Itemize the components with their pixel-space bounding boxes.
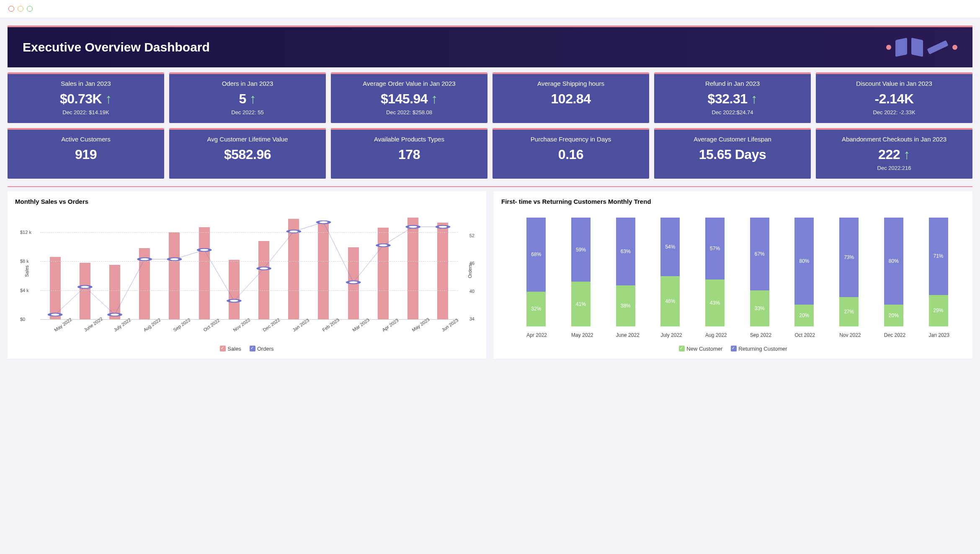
kpi-card: Sales in Jan 2023$0.73KDec 2022: $14.19K [8, 72, 164, 123]
chart-title: First- time vs Returning Customers Month… [501, 198, 965, 205]
svg-point-12 [407, 226, 419, 228]
kpi-value: 5 [173, 91, 322, 107]
kpi-value: 222 [819, 147, 969, 162]
svg-point-10 [348, 281, 359, 284]
segment-returning: 59% [571, 218, 591, 282]
kpi-label: Average Customer Lifespan [658, 136, 807, 143]
stacked-bar: 80%20% [884, 218, 903, 326]
segment-returning: 54% [660, 218, 680, 276]
x-tick-label: Sep 2022 [750, 332, 769, 338]
kpi-value: 102.84 [496, 91, 646, 107]
x-tick-label: May 2022 [571, 332, 591, 338]
segment-new: 32% [526, 292, 546, 326]
kpi-label: Discount Value in Jan 2023 [819, 80, 969, 87]
stacked-bar: 67%33% [750, 218, 769, 326]
kpi-label: Oders in Jan 2023 [173, 80, 322, 87]
kpi-row-2: Active Customers919Avg Customer Lifetime… [8, 128, 972, 179]
legend-sales[interactable]: Sales [220, 346, 241, 352]
legend-returning-customer[interactable]: Returning Customer [731, 346, 787, 352]
legend-new-customer[interactable]: New Customer [679, 346, 722, 352]
segment-new: 20% [794, 305, 814, 326]
svg-point-9 [318, 221, 330, 224]
x-tick-label: Dec 2022 [884, 332, 903, 338]
x-tick-label: July 2022 [660, 332, 680, 338]
kpi-value: -2.14K [819, 91, 969, 107]
segment-returning: 80% [884, 218, 903, 305]
kpi-card: Active Customers919 [8, 128, 164, 179]
combo-plot-area: Sales Orders $0$4 k$8 k$12 k34404652 [40, 218, 458, 320]
kpi-card: Abandonment Checkouts in Jan 2023222Dec … [816, 128, 972, 179]
segment-new: 29% [929, 295, 948, 326]
kpi-card: Average Customer Lifespan15.65 Days [654, 128, 811, 179]
stacked-bar: 57%43% [705, 218, 725, 326]
x-tick-label: Jan 2023 [929, 332, 948, 338]
kpi-label: Refund in Jan 2023 [658, 80, 807, 87]
kpi-label: Average Shipping hours [496, 80, 646, 87]
kpi-value: $145.94 [334, 91, 484, 107]
kpi-label: Abandonment Checkouts in Jan 2023 [819, 136, 969, 143]
chart-legend: Sales Orders [15, 346, 479, 352]
kpi-subtext: Dec 2022:216 [819, 165, 969, 171]
minimize-icon[interactable] [18, 6, 23, 12]
kpi-value: $32.31 [658, 91, 807, 107]
chart-customer-trend: First- time vs Returning Customers Month… [494, 191, 972, 359]
stacked-bar: 68%32% [526, 218, 546, 326]
kpi-subtext: Dec 2022: -2.33K [819, 109, 969, 115]
kpi-value: $582.96 [173, 147, 322, 162]
kpi-subtext: Dec 2022: $14.19K [11, 109, 161, 115]
segment-new: 20% [884, 305, 903, 326]
svg-point-4 [169, 258, 181, 261]
page-title: Executive Overview Dashboard [23, 40, 210, 54]
chart-title: Monthly Sales vs Orders [15, 198, 479, 205]
kpi-row-1: Sales in Jan 2023$0.73KDec 2022: $14.19K… [8, 72, 972, 123]
kpi-subtext: Dec 2022: 55 [173, 109, 322, 115]
segment-returning: 63% [616, 218, 635, 285]
window-chrome [0, 0, 980, 18]
kpi-card: Purchase Frequency in Days0.16 [493, 128, 649, 179]
x-tick-label: Apr 2022 [526, 332, 546, 338]
kpi-subtext: Dec 2022:$24.74 [658, 109, 807, 115]
stacked-bar: 63%38% [616, 218, 635, 326]
kpi-card: Discount Value in Jan 2023-2.14KDec 2022… [816, 72, 972, 123]
segment-returning: 73% [839, 218, 859, 297]
svg-point-1 [79, 285, 91, 288]
segment-returning: 71% [929, 218, 948, 295]
kpi-value: 15.65 Days [658, 147, 807, 162]
x-tick-label: Oct 2022 [794, 332, 814, 338]
logo-icon [886, 39, 957, 56]
close-icon[interactable] [8, 6, 14, 12]
svg-point-13 [437, 226, 449, 228]
maximize-icon[interactable] [27, 6, 33, 12]
svg-point-7 [258, 267, 270, 270]
chart-sales-vs-orders: Monthly Sales vs Orders Sales Orders $0$… [8, 191, 486, 359]
stacked-bar: 73%27% [839, 218, 859, 326]
stack-plot-area: 68%32%59%41%63%38%54%46%57%43%67%33%80%2… [514, 218, 961, 326]
segment-new: 38% [616, 285, 635, 326]
svg-point-5 [199, 249, 210, 251]
kpi-value: 0.16 [496, 147, 646, 162]
x-tick-label: Nov 2022 [839, 332, 859, 338]
legend-orders[interactable]: Orders [250, 346, 274, 352]
svg-point-3 [139, 258, 150, 261]
segment-new: 33% [750, 290, 769, 326]
x-tick-label: Aug 2022 [705, 332, 725, 338]
kpi-card: Average Order Value in Jan 2023$145.94De… [331, 72, 487, 123]
y-axis-right-label: Orders [467, 264, 472, 278]
kpi-value: $0.73K [11, 91, 161, 107]
chart-legend: New Customer Returning Customer [501, 346, 965, 352]
kpi-card: Average Shipping hours102.84 [493, 72, 649, 123]
y-axis-left-label: Sales [24, 265, 29, 277]
stacked-bar: 59%41% [571, 218, 591, 326]
segment-returning: 68% [526, 218, 546, 292]
kpi-card: Avg Customer Lifetime Value$582.96 [169, 128, 326, 179]
segment-returning: 80% [794, 218, 814, 305]
segment-returning: 67% [750, 218, 769, 290]
kpi-value: 919 [11, 147, 161, 162]
kpi-subtext: Dec 2022: $258.08 [334, 109, 484, 115]
segment-new: 43% [705, 280, 725, 326]
stacked-bar: 71%29% [929, 218, 948, 326]
stacked-bar: 80%20% [794, 218, 814, 326]
x-tick-label: June 2022 [616, 332, 635, 338]
segment-new: 46% [660, 276, 680, 326]
title-bar: Executive Overview Dashboard [8, 26, 972, 67]
